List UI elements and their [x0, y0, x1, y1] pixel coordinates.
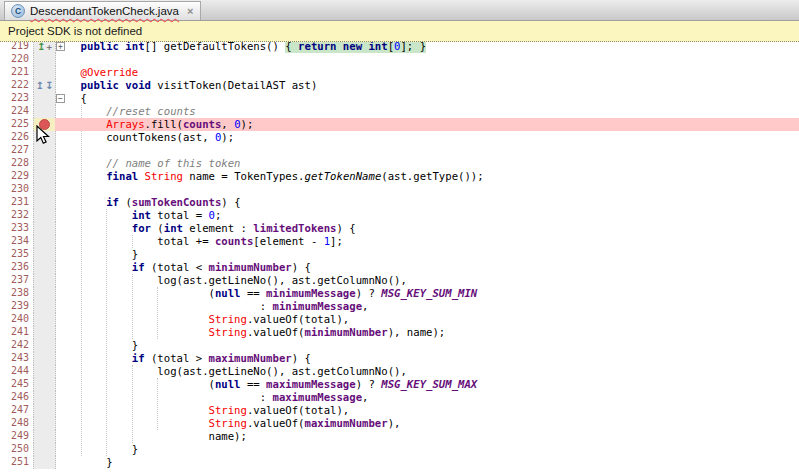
gutter-icon-cell[interactable]	[33, 313, 56, 326]
line-number: 242	[0, 339, 33, 352]
gutter-icon-cell[interactable]	[33, 235, 56, 248]
gutter-icon-cell[interactable]	[33, 248, 56, 261]
gutter-plus-icon[interactable]: +	[46, 42, 51, 52]
gutter-icon-cell[interactable]	[33, 261, 56, 274]
code-line[interactable]: 230	[0, 183, 799, 196]
code-line[interactable]: 232 int total = 0;	[0, 209, 799, 222]
gutter-icon-cell[interactable]	[33, 365, 56, 378]
code-text: (null == minimumMessage) ? MSG_KEY_SUM_M…	[55, 287, 799, 300]
code-line[interactable]: 226 countTokens(ast, 0);	[0, 131, 799, 144]
gutter-icon-cell[interactable]	[33, 391, 56, 404]
fold-plus-icon[interactable]: +	[56, 42, 65, 51]
is-overridden-icon[interactable]: ↧	[45, 80, 53, 91]
code-line[interactable]: 220	[0, 53, 799, 66]
fold-column[interactable]: −	[56, 92, 66, 105]
code-line[interactable]: 234 total += counts[element - 1];	[0, 235, 799, 248]
gutter-icon-cell[interactable]	[33, 105, 56, 118]
code-line[interactable]: 227	[0, 144, 799, 157]
gutter-icon-cell[interactable]	[33, 352, 56, 365]
fold-column	[56, 378, 66, 391]
gutter-icon-cell[interactable]	[33, 131, 56, 144]
code-line[interactable]: 246 : maximumMessage,	[0, 391, 799, 404]
gutter-icon-cell[interactable]	[33, 417, 56, 430]
code-text: if (sumTokenCounts) {	[55, 196, 799, 209]
fold-column	[56, 404, 66, 417]
fold-minus-icon[interactable]: −	[56, 94, 65, 103]
code-line[interactable]: 243 if (total > maximumNumber) {	[0, 352, 799, 365]
gutter-icon-cell[interactable]	[33, 157, 56, 170]
close-icon[interactable]: ×	[187, 5, 193, 17]
gutter-icon-cell[interactable]	[33, 209, 56, 222]
code-text: }	[55, 339, 799, 352]
code-line[interactable]: 239 : minimumMessage,	[0, 300, 799, 313]
code-line[interactable]: 245 (null == maximumMessage) ? MSG_KEY_S…	[0, 378, 799, 391]
gutter-icon-cell[interactable]: ↥↧	[33, 79, 56, 92]
gutter-icon-cell[interactable]	[33, 274, 56, 287]
sdk-warning-banner: Project SDK is not defined	[0, 21, 799, 42]
code-text: (null == maximumMessage) ? MSG_KEY_SUM_M…	[55, 378, 799, 391]
code-line[interactable]: 247 String.valueOf(total),	[0, 404, 799, 417]
fold-column	[56, 144, 66, 157]
gutter-icon-cell[interactable]	[33, 92, 56, 105]
gutter-icon-cell[interactable]	[33, 118, 56, 131]
gutter-icon-cell[interactable]	[33, 287, 56, 300]
gutter-icon-cell[interactable]	[33, 300, 56, 313]
code-line[interactable]: 238 (null == minimumMessage) ? MSG_KEY_S…	[0, 287, 799, 300]
gutter-icon-cell[interactable]	[33, 443, 56, 456]
gutter-icon-cell[interactable]	[33, 144, 56, 157]
gutter-icon-cell[interactable]	[33, 326, 56, 339]
gutter-icon-cell[interactable]	[33, 222, 56, 235]
code-line[interactable]: 237 log(ast.getLineNo(), ast.getColumnNo…	[0, 274, 799, 287]
code-line[interactable]: 235 }	[0, 248, 799, 261]
gutter-icon-cell[interactable]	[33, 404, 56, 417]
code-text: String.valueOf(maximumNumber),	[55, 417, 799, 430]
fold-column	[56, 430, 66, 443]
code-line[interactable]: 236 if (total < minimumNumber) {	[0, 261, 799, 274]
gutter-icon-cell[interactable]	[33, 430, 56, 443]
code-line[interactable]: 224 //reset counts	[0, 105, 799, 118]
fold-column	[56, 456, 66, 469]
gutter-icon-cell[interactable]	[33, 456, 56, 469]
line-number: 221	[0, 66, 33, 79]
breakpoint-icon[interactable]	[39, 119, 50, 130]
code-line[interactable]: 225 Arrays.fill(counts, 0);	[0, 118, 799, 131]
gutter-icon-cell[interactable]	[33, 170, 56, 183]
code-text: {	[55, 92, 799, 105]
code-line[interactable]: 223− {	[0, 92, 799, 105]
code-editor[interactable]: 219↥++ public int[] getDefaultTokens() {…	[0, 40, 799, 469]
gutter-icon-cell[interactable]	[33, 196, 56, 209]
gutter-icon-cell[interactable]	[33, 339, 56, 352]
fold-column	[56, 183, 66, 196]
gutter-icon-cell[interactable]	[33, 53, 56, 66]
gutter-icon-cell[interactable]	[33, 66, 56, 79]
code-line[interactable]: 240 String.valueOf(total),	[0, 313, 799, 326]
fold-column	[56, 274, 66, 287]
code-line[interactable]: 231 if (sumTokenCounts) {	[0, 196, 799, 209]
code-text	[55, 183, 799, 196]
code-text: //reset counts	[55, 105, 799, 118]
code-line[interactable]: 233 for (int element : limitedTokens) {	[0, 222, 799, 235]
fold-column	[56, 352, 66, 365]
code-line[interactable]: 249 name);	[0, 430, 799, 443]
code-line[interactable]: 241 String.valueOf(minimumNumber), name)…	[0, 326, 799, 339]
code-line[interactable]: 250 }	[0, 443, 799, 456]
code-line[interactable]: 248 String.valueOf(maximumNumber),	[0, 417, 799, 430]
code-line[interactable]: 221 @Override	[0, 66, 799, 79]
line-number: 228	[0, 157, 33, 170]
code-line[interactable]: 229 final String name = TokenTypes.getTo…	[0, 170, 799, 183]
code-line[interactable]: 242 }	[0, 339, 799, 352]
code-line[interactable]: 251 }	[0, 456, 799, 469]
code-line[interactable]: 228 // name of this token	[0, 157, 799, 170]
line-number: 229	[0, 170, 33, 183]
overrides-method-icon[interactable]: ↥	[36, 80, 44, 91]
line-number: 225	[0, 118, 33, 131]
banner-message: Project SDK is not defined	[8, 25, 142, 37]
code-text	[55, 53, 799, 66]
code-line[interactable]: 244 log(ast.getLineNo(), ast.getColumnNo…	[0, 365, 799, 378]
implements-method-icon[interactable]: ↥	[37, 41, 45, 52]
code-line[interactable]: 222↥↧ public void visitToken(DetailAST a…	[0, 79, 799, 92]
gutter-icon-cell[interactable]	[33, 183, 56, 196]
tab-descendanttokencheck[interactable]: C DescendantTokenCheck.java ×	[4, 1, 201, 20]
gutter-icon-cell[interactable]	[33, 378, 56, 391]
fold-column	[56, 209, 66, 222]
